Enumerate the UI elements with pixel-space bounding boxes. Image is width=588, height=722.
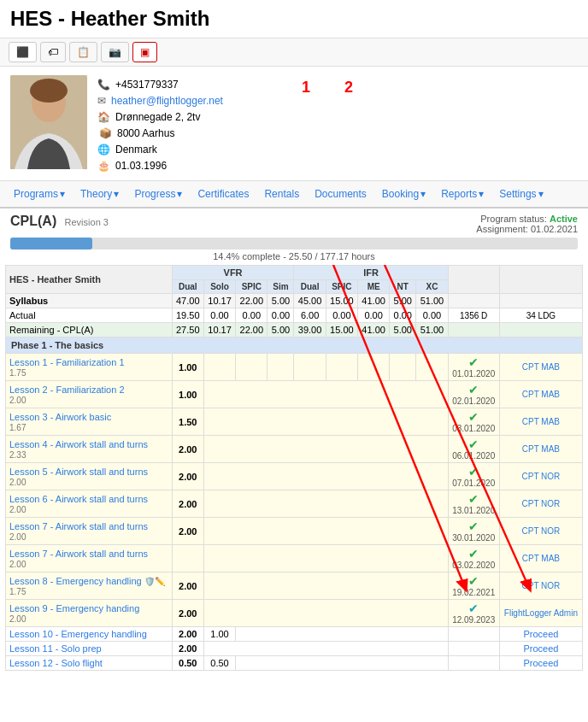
l1-dual-ifr (294, 354, 326, 381)
nav-booking[interactable]: Booking▾ (375, 184, 432, 204)
lesson-name[interactable]: Lesson 4 - Airwork stall and turns2.33 (6, 436, 173, 463)
lesson-12-row: Lesson 12 - Solo flight 0.50 0.50 Procee… (6, 656, 583, 671)
l3-instructor[interactable]: CPT MAB (499, 408, 582, 436)
lesson-row: Lesson 6 - Airwork stall and turns2.00 2… (6, 490, 583, 518)
remaining-row: Remaining - CPL(A) 27.50 10.17 22.00 5.0… (6, 323, 583, 338)
email-icon: ✉ (97, 95, 106, 107)
col-spic: SPIC (236, 280, 268, 294)
program-revision: Revision 3 (65, 217, 109, 227)
rem-spic-ifr: 15.00 (326, 323, 357, 338)
nav-progress[interactable]: Progress▾ (127, 184, 189, 204)
tab-photo[interactable]: ⬛ (9, 42, 37, 62)
lesson-name[interactable]: Lesson 7 - Airwork stall and turns2.00 (6, 545, 173, 572)
col-dual-vfr: Dual (172, 280, 203, 294)
l10-solo: 1.00 (203, 627, 235, 642)
l8-instructor[interactable]: CPT NOR (499, 572, 582, 600)
l5-instructor[interactable]: CPT NOR (499, 463, 582, 490)
nav-programs[interactable]: Programs▾ (7, 184, 72, 204)
l6-instructor[interactable]: CPT NOR (499, 490, 582, 518)
l11-date (448, 642, 499, 656)
act-spic-ifr: 0.00 (326, 308, 357, 323)
nav-reports[interactable]: Reports▾ (434, 184, 491, 204)
lesson-name[interactable]: Lesson 1 - Familiarization 11.75 (6, 354, 173, 381)
rem-sim: 5.00 (268, 323, 294, 338)
l4-instructor[interactable]: CPT MAB (499, 436, 582, 463)
actual-row: Actual 19.50 0.00 0.00 0.00 6.00 0.00 0.… (6, 308, 583, 323)
program-status-area: Program status: Active Assignment: 01.02… (476, 214, 578, 234)
lesson-name[interactable]: Lesson 5 - Airwork stall and turns2.00 (6, 463, 173, 490)
l12-proceed[interactable]: Proceed (499, 656, 582, 671)
nav-certificates[interactable]: Certificates (191, 184, 256, 204)
avatar-image (10, 75, 87, 169)
email-link[interactable]: heather@flightlogger.net (111, 95, 223, 107)
program-title: CPL(A) (10, 214, 56, 228)
docs-icon: 📋 (77, 46, 90, 58)
lesson-9-name[interactable]: Lesson 9 - Emergency handing2.00 (6, 600, 173, 627)
lesson-name[interactable]: Lesson 8 - Emergency handling 🛡️✏️1.75 (6, 572, 173, 600)
lesson-9-row: Lesson 9 - Emergency handing2.00 2.00 ✔1… (6, 600, 583, 627)
l7b-date: ✔03.02.2020 (448, 545, 499, 572)
rem-xc: 51.00 (416, 323, 448, 338)
l10-proceed[interactable]: Proceed (499, 627, 582, 642)
syllabus-label: Syllabus (6, 294, 173, 308)
actual-label: Actual (6, 308, 173, 323)
syl-xc: 51.00 (416, 294, 448, 308)
rem-dual-ifr: 39.00 (294, 323, 326, 338)
table-wrap: HES - Heather Smith VFR IFR Dual Solo SP… (0, 265, 588, 671)
col-dual-ifr: Dual (294, 280, 326, 294)
l12-dual: 0.50 (172, 656, 203, 671)
col-solo: Solo (203, 280, 235, 294)
syl-dual: 47.00 (172, 294, 203, 308)
city-icon: 📦 (99, 127, 112, 139)
l11-dual: 2.00 (172, 642, 203, 656)
lesson-name[interactable]: Lesson 2 - Familiarization 22.00 (6, 381, 173, 408)
l2-instructor[interactable]: CPT MAB (499, 381, 582, 408)
l12-date (448, 656, 499, 671)
country-row: 🌐 Denmark (97, 144, 223, 156)
nav-documents[interactable]: Documents (308, 184, 373, 204)
rem-nt: 5.00 (390, 323, 416, 338)
nav-settings[interactable]: Settings▾ (492, 184, 550, 204)
l9-instructor[interactable]: FlightLogger Admin (499, 600, 582, 627)
l1-dual: 1.00 (172, 354, 203, 381)
nav-rentals[interactable]: Rentals (257, 184, 306, 204)
l7a-instructor[interactable]: CPT NOR (499, 518, 582, 545)
lesson-row: Lesson 7 - Airwork stall and turns2.00 2… (6, 518, 583, 545)
globe-icon: 🌐 (97, 144, 110, 156)
l7b-instructor[interactable]: CPT MAB (499, 545, 582, 572)
booking-arrow: ▾ (420, 188, 426, 200)
lesson-row: Lesson 7 - Airwork stall and turns2.00 ✔… (6, 545, 583, 572)
media-icon: 📷 (109, 46, 121, 58)
l1-me (358, 354, 390, 381)
col-spic-ifr: SPIC (326, 280, 357, 294)
page-header: HES - Heather Smith (0, 0, 588, 38)
email-row: ✉ heather@flightlogger.net (97, 95, 223, 107)
l4-dual: 2.00 (172, 436, 203, 463)
lesson-11-name[interactable]: Lesson 11 - Solo prep (6, 642, 173, 656)
tab-tag[interactable]: 🏷 (40, 42, 66, 62)
lesson-10-name[interactable]: Lesson 10 - Emergency handling (6, 627, 173, 642)
lesson-name[interactable]: Lesson 3 - Airwork basic1.67 (6, 408, 173, 436)
l10-date (448, 627, 499, 642)
nav-theory[interactable]: Theory▾ (74, 184, 126, 204)
act-spic: 0.00 (236, 308, 268, 323)
lesson-row: Lesson 1 - Familiarization 11.75 1.00 ✔0… (6, 354, 583, 381)
lesson-12-name[interactable]: Lesson 12 - Solo flight (6, 656, 173, 671)
nav-programs-label: Programs (14, 188, 58, 200)
lesson-name[interactable]: Lesson 7 - Airwork stall and turns2.00 (6, 518, 173, 545)
l1-instructor[interactable]: CPT MAB (499, 354, 582, 381)
l2-dual: 1.00 (172, 381, 203, 408)
annotation-arrows: 1 2 (250, 75, 421, 169)
syl-sim: 5.00 (268, 294, 294, 308)
tag-icon: 🏷 (48, 46, 58, 58)
tab-docs[interactable]: 📋 (69, 42, 97, 62)
tab-screen[interactable]: ▣ (132, 42, 157, 62)
l9-date: ✔12.09.2023 (448, 600, 499, 627)
act-extra1: 1356 D (448, 308, 499, 323)
tab-media[interactable]: 📷 (101, 42, 129, 62)
assignment-text: Assignment: 01.02.2021 (476, 224, 578, 234)
address-row: 🏠 Drønnegade 2, 2tv (97, 111, 223, 123)
lesson-name[interactable]: Lesson 6 - Airwork stall and turns2.00 (6, 490, 173, 518)
syl-spic-ifr: 15.00 (326, 294, 357, 308)
l11-proceed[interactable]: Proceed (499, 642, 582, 656)
